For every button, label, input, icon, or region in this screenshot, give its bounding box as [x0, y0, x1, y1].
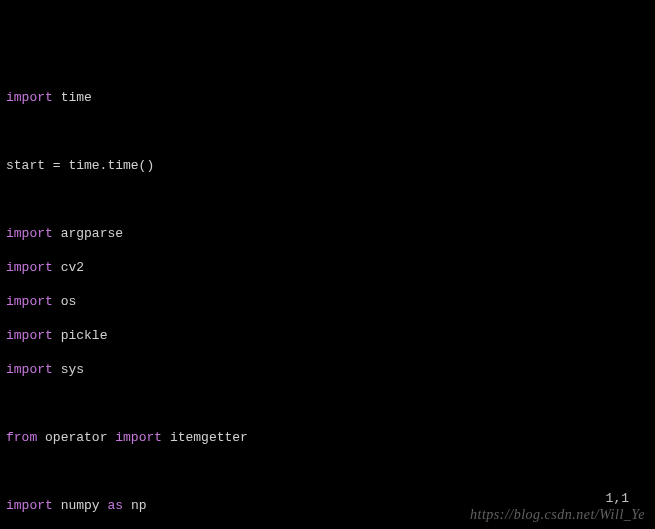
watermark: https://blog.csdn.net/Will_Ye	[470, 506, 645, 523]
name: itemgetter	[170, 430, 248, 445]
code-editor: import time start = time.time() import a…	[0, 68, 655, 529]
kw-as: as	[107, 498, 123, 513]
kw-import: import	[115, 430, 162, 445]
code-line: import sys	[6, 361, 649, 378]
code-line: import argparse	[6, 225, 649, 242]
code-line	[6, 395, 649, 412]
kw-import: import	[6, 260, 53, 275]
cursor-position: 1,1	[606, 490, 629, 507]
kw-import: import	[6, 294, 53, 309]
code-line: import cv2	[6, 259, 649, 276]
alias: np	[131, 498, 147, 513]
kw-import: import	[6, 328, 53, 343]
stmt: start = time.time()	[6, 158, 154, 173]
mod: time	[61, 90, 92, 105]
kw-import: import	[6, 226, 53, 241]
mod: pickle	[61, 328, 108, 343]
mod: cv2	[61, 260, 84, 275]
mod: numpy	[61, 498, 100, 513]
kw-import: import	[6, 362, 53, 377]
mod: sys	[61, 362, 84, 377]
kw-import: import	[6, 498, 53, 513]
code-line	[6, 191, 649, 208]
kw-from: from	[6, 430, 37, 445]
mod: operator	[45, 430, 107, 445]
code-line: import pickle	[6, 327, 649, 344]
code-line	[6, 123, 649, 140]
kw-import: import	[6, 90, 53, 105]
code-line: import time	[6, 89, 649, 106]
mod: argparse	[61, 226, 123, 241]
code-line	[6, 463, 649, 480]
code-line: import os	[6, 293, 649, 310]
code-line: from operator import itemgetter	[6, 429, 649, 446]
mod: os	[61, 294, 77, 309]
code-line: start = time.time()	[6, 157, 649, 174]
